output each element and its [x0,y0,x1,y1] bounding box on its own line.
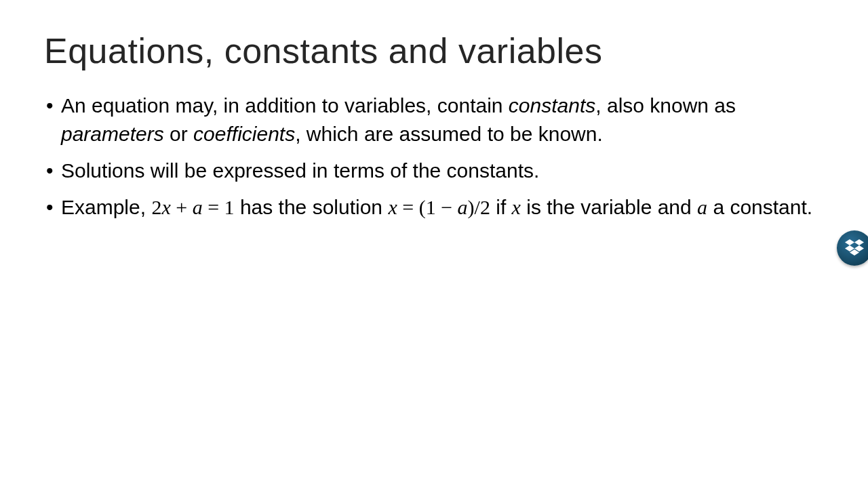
math-op: )/2 [468,196,490,218]
text-fragment: if [490,196,512,218]
text-fragment: Example, [61,196,151,218]
bullet-list: An equation may, in addition to variable… [44,92,824,222]
text-fragment: , which are assumed to be known. [295,123,603,145]
svg-marker-1 [854,239,864,245]
svg-marker-0 [845,239,854,245]
math-var-x: x [512,196,521,218]
italic-coefficients: coefficients [193,123,295,145]
math-op: + [171,196,193,218]
math-literal: 2 [151,196,161,218]
dropbox-icon [844,239,865,258]
bullet-item-3: Example, 2x + a = 1 has the solution x =… [61,193,824,222]
italic-constants: constants [509,94,595,117]
italic-parameters: parameters [61,123,164,145]
text-fragment: An equation may, in addition to variable… [61,94,509,117]
math-var-x: x [161,196,170,218]
math-op: = ( [397,196,426,218]
text-fragment: is the variable and [521,196,697,218]
math-literal: 1 [426,196,436,218]
math-var-a: a [697,196,707,218]
text-fragment: , also known as [595,94,736,117]
math-op: − [436,196,458,218]
dropbox-badge[interactable] [837,230,868,266]
math-var-a: a [193,196,203,218]
bullet-item-1: An equation may, in addition to variable… [61,92,824,148]
slide-content: Equations, constants and variables An eq… [0,0,868,260]
math-var-a: a [458,196,468,218]
math-literal: 1 [224,196,235,218]
slide-title: Equations, constants and variables [44,30,824,71]
text-fragment: has the solution [235,196,389,218]
math-var-x: x [388,196,397,218]
bullet-item-2: Solutions will be expressed in terms of … [61,157,824,185]
text-fragment: a constant. [707,196,812,218]
math-op: = [203,196,224,218]
text-fragment: or [164,123,193,145]
